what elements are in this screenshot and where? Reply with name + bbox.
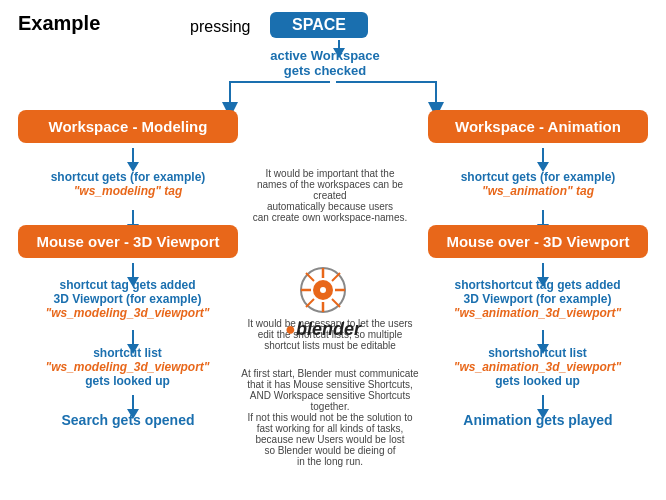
viewport-box-right: Mouse over - 3D Viewport — [428, 225, 648, 258]
svg-line-8 — [332, 299, 340, 307]
blender-logo-text: ●blender — [278, 319, 368, 340]
center-info-3: At first start, Blender must communicate… — [230, 368, 430, 467]
right-shortcut-tag: shortcut gets (for example) "ws_animatio… — [428, 170, 648, 198]
right-tag-added: shortshortcut tag gets added 3D Viewport… — [420, 278, 655, 320]
blender-logo-icon — [298, 265, 348, 315]
svg-point-2 — [320, 287, 326, 293]
svg-line-10 — [306, 299, 314, 307]
right-shortcut-list: shortshortcut list "ws_animation_3d_view… — [420, 346, 655, 388]
blender-dot: ● — [285, 319, 296, 339]
page: Example pressing SPACE active Workspace … — [0, 0, 666, 500]
blender-logo: ●blender — [278, 265, 368, 340]
pressing-label: pressing — [190, 18, 250, 36]
fork-arrow-left — [130, 72, 330, 112]
left-final-action: Search gets opened — [18, 412, 238, 428]
workspace-modeling-box: Workspace - Modeling — [18, 110, 238, 143]
right-final-action: Animation gets played — [428, 412, 648, 428]
center-info-1: It would be important that the names of … — [246, 168, 414, 223]
viewport-box-left: Mouse over - 3D Viewport — [18, 225, 238, 258]
example-label: Example — [18, 12, 100, 35]
space-button[interactable]: SPACE — [270, 12, 368, 38]
left-shortcut-list: shortcut list "ws_modeling_3d_viewport" … — [10, 346, 245, 388]
svg-line-9 — [332, 273, 340, 281]
svg-line-7 — [306, 273, 314, 281]
left-tag-added: shortcut tag gets added 3D Viewport (for… — [10, 278, 245, 320]
left-shortcut-tag: shortcut gets (for example) "ws_modeling… — [18, 170, 238, 198]
workspace-animation-box: Workspace - Animation — [428, 110, 648, 143]
arrow-modeling-to-tag — [127, 148, 139, 172]
fork-arrow-right — [336, 72, 536, 112]
arrow-animation-to-tag — [537, 148, 549, 172]
